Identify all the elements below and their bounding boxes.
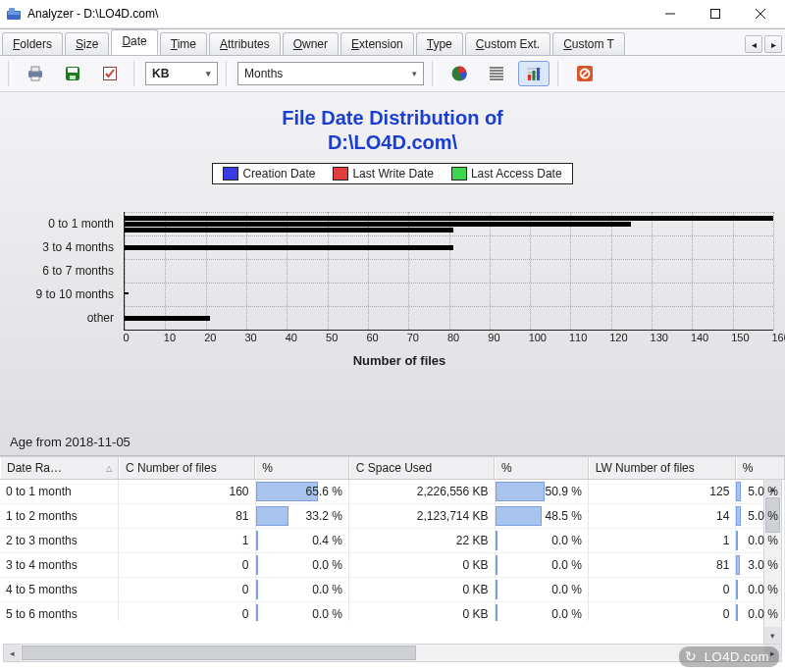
grouping-select-value: Months <box>244 67 283 80</box>
x-tick-label: 100 <box>529 332 530 343</box>
x-tick-label: 80 <box>447 332 448 343</box>
tab-folders[interactable]: Folders <box>2 32 63 55</box>
tabstrip: FoldersSizeDateTimeAttributesOwnerExtens… <box>0 28 785 56</box>
scroll-thumb[interactable] <box>22 646 416 660</box>
plot-area: 0 to 1 month3 to 4 months6 to 7 months9 … <box>26 212 773 408</box>
svg-rect-11 <box>68 68 78 73</box>
tab-type[interactable]: Type <box>416 32 463 55</box>
unit-select-value: KB <box>152 67 169 80</box>
horizontal-scrollbar[interactable]: ◂ ▸ <box>3 644 782 662</box>
table-row[interactable]: 3 to 4 months00.0 %0 KB0.0 %813.0 % <box>0 553 785 578</box>
bar-view-button[interactable] <box>518 61 550 86</box>
x-axis-title: Number of files <box>26 353 773 368</box>
tab-owner[interactable]: Owner <box>283 32 339 55</box>
column-header[interactable]: C Space Used <box>349 457 495 479</box>
svg-rect-25 <box>537 68 540 80</box>
save-button[interactable] <box>57 61 88 86</box>
x-tick-label: 70 <box>407 332 408 343</box>
tab-attributes[interactable]: Attributes <box>209 32 281 55</box>
column-header[interactable]: LW Number of files <box>589 457 736 479</box>
y-tick-label: 3 to 4 months <box>26 235 114 259</box>
bar-last-access-date <box>125 228 453 233</box>
table-row[interactable]: 5 to 6 months00.0 %0 KB0.0 %00.0 % <box>0 602 785 621</box>
column-header[interactable]: % <box>255 457 349 479</box>
chart-title: File Date Distribution of D:\LO4D.com\ <box>0 92 785 155</box>
svg-rect-1 <box>8 12 20 15</box>
table-row[interactable]: 2 to 3 months10.4 %22 KB0.0 %10.0 % <box>0 529 785 553</box>
svg-rect-9 <box>31 77 39 80</box>
x-tick-label: 0 <box>124 332 125 343</box>
column-header[interactable]: % <box>495 457 589 479</box>
chart-legend: Creation Date Last Write Date Last Acces… <box>212 163 572 184</box>
window-controls <box>648 0 783 27</box>
x-tick-label: 150 <box>731 332 732 343</box>
svg-rect-4 <box>711 10 720 19</box>
y-tick-label: other <box>26 306 114 330</box>
table-row[interactable]: 1 to 2 months8133.2 %2,123,714 KB48.5 %1… <box>0 504 785 529</box>
bar-last-write-date <box>125 222 631 227</box>
scroll-left-icon[interactable]: ◂ <box>4 645 21 661</box>
list-view-button[interactable] <box>481 61 512 86</box>
x-tick-label: 60 <box>366 332 367 343</box>
unit-select[interactable]: KB ▾ <box>145 62 218 85</box>
table-row[interactable]: 4 to 5 months00.0 %0 KB0.0 %00.0 % <box>0 578 785 602</box>
x-tick-label: 90 <box>488 332 489 343</box>
tab-date[interactable]: Date <box>111 29 157 55</box>
pie-view-button[interactable] <box>444 61 475 86</box>
bar-last-write-date <box>125 292 129 294</box>
close-button[interactable] <box>738 0 783 27</box>
grouping-select[interactable]: Months ▾ <box>237 62 424 85</box>
x-tick-label: 160 <box>772 332 773 343</box>
svg-rect-12 <box>70 76 76 79</box>
y-tick-label: 9 to 10 months <box>26 283 114 306</box>
print-button[interactable] <box>20 61 51 86</box>
svg-rect-2 <box>9 8 15 12</box>
x-tick-label: 110 <box>569 332 570 343</box>
x-tick-label: 130 <box>651 332 652 343</box>
watermark: LO4D.com <box>679 646 779 667</box>
stop-button[interactable] <box>569 61 601 86</box>
minimize-button[interactable] <box>648 0 693 27</box>
app-icon <box>6 6 22 22</box>
legend-last-write: Last Write Date <box>352 167 433 181</box>
tab-time[interactable]: Time <box>160 32 207 55</box>
x-tick-label: 120 <box>609 332 610 343</box>
chevron-down-icon: ▾ <box>201 69 215 78</box>
x-tick-label: 40 <box>286 332 287 343</box>
data-grid: Date Ra…△C Number of files%C Space Used%… <box>0 456 785 621</box>
tab-custom-ext-[interactable]: Custom Ext. <box>465 32 550 55</box>
y-tick-label: 6 to 7 months <box>26 259 114 283</box>
tab-scroll-right[interactable]: ▸ <box>764 35 782 53</box>
window-title: Analyzer - D:\LO4D.com\ <box>27 7 158 21</box>
chevron-down-icon: ▾ <box>407 69 421 78</box>
legend-last-access: Last Access Date <box>471 167 562 181</box>
x-tick-label: 140 <box>691 332 692 343</box>
column-header[interactable]: Date Ra…△ <box>0 457 119 479</box>
chart-pane: File Date Distribution of D:\LO4D.com\ C… <box>0 92 785 456</box>
bar-last-write-date <box>125 245 453 250</box>
column-header[interactable]: % <box>736 457 785 479</box>
scroll-down-icon[interactable]: ▾ <box>764 627 781 644</box>
grid-header[interactable]: Date Ra…△C Number of files%C Space Used%… <box>0 456 785 480</box>
svg-rect-24 <box>533 71 536 80</box>
legend-creation: Creation Date <box>242 167 315 181</box>
titlebar: Analyzer - D:\LO4D.com\ <box>0 0 785 28</box>
svg-rect-23 <box>528 75 531 80</box>
y-tick-label: 0 to 1 month <box>26 212 114 235</box>
x-tick-label: 20 <box>204 332 205 343</box>
toolbar: KB ▾ Months ▾ <box>0 56 785 92</box>
bar-last-write-date <box>125 316 210 321</box>
tab-scroll-left[interactable]: ◂ <box>745 35 762 53</box>
maximize-button[interactable] <box>693 0 738 27</box>
x-tick-label: 30 <box>244 332 245 343</box>
tab-size[interactable]: Size <box>65 32 109 55</box>
column-header[interactable]: C Number of files <box>119 457 255 479</box>
bar-creation-date <box>125 216 773 221</box>
table-row[interactable]: 0 to 1 month16065.6 %2,226,556 KB50.9 %1… <box>0 480 785 504</box>
x-tick-label: 50 <box>326 332 327 343</box>
options-button[interactable] <box>94 61 126 86</box>
tab-custom-t[interactable]: Custom T <box>552 32 625 55</box>
svg-rect-8 <box>31 67 39 72</box>
tab-extension[interactable]: Extension <box>340 32 414 55</box>
chart-note: Age from 2018-11-05 <box>10 435 131 449</box>
